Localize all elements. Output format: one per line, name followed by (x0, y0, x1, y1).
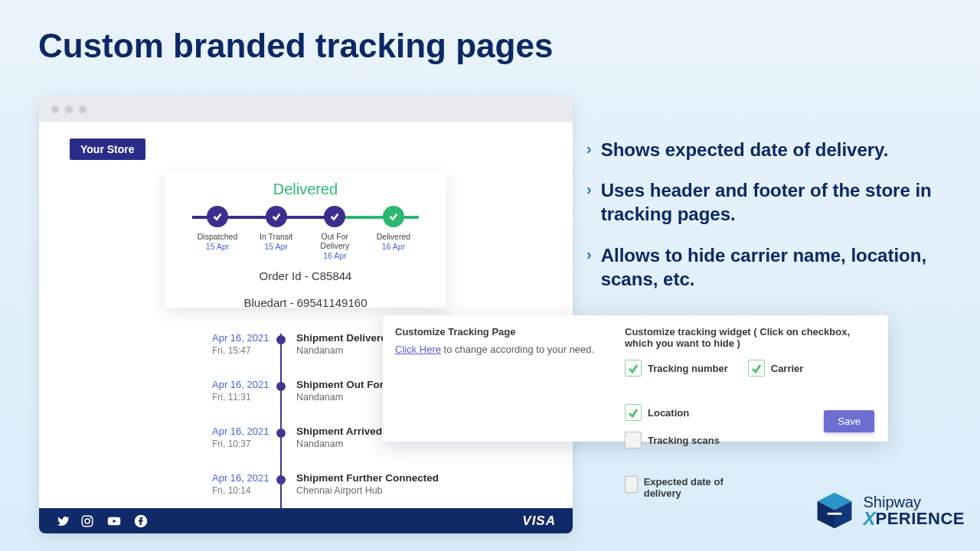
traffic-light-dot (51, 106, 59, 113)
checkbox-icon (625, 476, 638, 493)
visa-logo: VISA (522, 514, 556, 529)
checkbox-icon (625, 360, 642, 377)
customize-tracking-panel: Customize Tracking Page Click Here to ch… (383, 315, 888, 442)
timeline-time: Fri, 15:47 (212, 345, 273, 356)
step-date: 16 Apr (308, 251, 361, 260)
chevron-right-icon: › (586, 243, 592, 265)
step-label: In Transit (250, 232, 303, 241)
checkbox-carrier[interactable]: Carrier (748, 360, 804, 377)
progress-step: Out For Delivery 16 Apr (308, 206, 361, 260)
checkbox-location[interactable]: Location (625, 404, 689, 421)
checkbox-icon (625, 404, 642, 421)
shipway-xperience-logo: Shipway XPERIENCE (813, 490, 965, 533)
timeline-date: Apr 16, 2021 (212, 472, 273, 484)
step-label: Delivered (367, 232, 420, 241)
checkbox-label: Expected date of delivery (644, 476, 732, 499)
bullet-text: Uses header and footer of the store in t… (601, 178, 949, 226)
step-date: 15 Apr (250, 242, 303, 251)
timeline-timestamp: Apr 16, 2021 Fri, 11:31 (212, 379, 273, 403)
bullet-text: Shows expected date of delivery. (601, 138, 889, 161)
carrier-tracking-number: Bluedart - 69541149160 (177, 296, 434, 309)
svg-point-1 (85, 519, 90, 523)
facebook-icon[interactable] (134, 514, 148, 528)
step-date: 16 Apr (367, 242, 420, 251)
timeline-date: Apr 16, 2021 (212, 379, 273, 390)
bullet-item: › Shows expected date of delivery. (586, 138, 949, 161)
logo-text-xperience: XPERIENCE (864, 510, 965, 528)
timeline-time: Fri, 10:37 (212, 439, 273, 449)
progress-step: Dispatched 15 Apr (191, 206, 244, 260)
chevron-right-icon: › (586, 178, 592, 200)
timeline-location: Chennai Airport Hub (296, 485, 557, 496)
customize-page-heading: Customize Tracking Page (395, 326, 625, 337)
status-title: Delivered (177, 181, 434, 198)
timeline-timestamp: Apr 16, 2021 Fri, 10:14 (212, 472, 273, 496)
logo-x: X (864, 510, 876, 528)
timeline-timestamp: Apr 16, 2021 Fri, 15:47 (212, 332, 273, 356)
checkmark-icon (266, 206, 287, 227)
traffic-light-dot (79, 106, 87, 113)
timeline-dot-icon (276, 335, 286, 344)
youtube-icon[interactable] (105, 514, 123, 528)
cube-icon (813, 490, 856, 533)
logo-text-shipway: Shipway (864, 494, 965, 510)
timeline-title: Shipment Further Connected (296, 472, 557, 484)
step-label: Dispatched (191, 232, 244, 241)
tracking-status-card: Delivered Dispatched 15 Apr In Transit 1… (165, 171, 446, 308)
instagram-icon[interactable] (80, 514, 94, 528)
checkbox-expected-delivery[interactable]: Expected date of delivery (625, 476, 732, 499)
customize-page-link-suffix: to change according to your need. (441, 344, 594, 355)
checkmark-icon (207, 206, 228, 227)
timeline-date: Apr 16, 2021 (212, 425, 273, 437)
logo-perience: PERIENCE (876, 510, 965, 527)
order-id: Order Id - C85844 (177, 269, 434, 282)
checkbox-icon (625, 432, 642, 448)
store-footer: VISA (39, 508, 573, 533)
checkmark-icon (324, 206, 345, 227)
svg-rect-9 (827, 513, 841, 515)
checkbox-tracking-number[interactable]: Tracking number (625, 360, 728, 377)
step-date: 15 Apr (191, 242, 244, 251)
progress-step: Delivered 16 Apr (367, 206, 420, 260)
checkmark-icon (383, 206, 404, 227)
checkbox-icon (748, 360, 765, 377)
social-icons (56, 514, 148, 528)
checkbox-row: Tracking scans Expected date of delivery (625, 432, 839, 507)
timeline-time: Fri, 10:14 (212, 485, 273, 496)
customize-page-section: Customize Tracking Page Click Here to ch… (395, 326, 625, 432)
chevron-right-icon: › (586, 138, 592, 159)
checkbox-label: Carrier (771, 363, 804, 374)
feature-bullets: › Shows expected date of delivery. › Use… (586, 138, 949, 308)
timeline-time: Fri, 11:31 (212, 392, 273, 403)
step-label: Out For Delivery (308, 232, 361, 250)
timeline-dot-icon (276, 382, 286, 391)
checkbox-label: Tracking number (648, 363, 728, 374)
bullet-text: Allows to hide carrier name, location, s… (601, 243, 949, 291)
customize-page-link-line: Click Here to change according to your n… (395, 344, 625, 355)
twitter-icon[interactable] (56, 514, 70, 528)
browser-titlebar (39, 97, 573, 122)
timeline-dot-icon (276, 429, 286, 438)
page-title: Custom branded tracking pages (38, 27, 553, 65)
checkbox-label: Location (648, 407, 689, 419)
save-button[interactable]: Save (824, 410, 874, 432)
bullet-item: › Allows to hide carrier name, location,… (586, 243, 949, 291)
customize-widget-heading: Customize tracking widget ( Click on che… (625, 326, 854, 349)
timeline-item: Apr 16, 2021 Fri, 10:14 Shipment Further… (212, 472, 557, 496)
checkbox-label: Tracking scans (648, 435, 720, 446)
traffic-light-dot (65, 106, 73, 113)
bullet-item: › Uses header and footer of the store in… (586, 178, 949, 226)
checkbox-tracking-scans[interactable]: Tracking scans (625, 432, 720, 448)
store-badge: Your Store (70, 139, 145, 160)
customize-widget-section: Customize tracking widget ( Click on che… (625, 326, 874, 432)
timeline-dot-icon (276, 475, 286, 484)
svg-point-2 (90, 517, 91, 518)
progress-steps: Dispatched 15 Apr In Transit 15 Apr Out … (191, 206, 420, 260)
timeline-date: Apr 16, 2021 (212, 332, 273, 344)
click-here-link[interactable]: Click Here (395, 344, 441, 355)
progress-step: In Transit 15 Apr (250, 206, 303, 260)
timeline-timestamp: Apr 16, 2021 Fri, 10:37 (212, 425, 273, 449)
